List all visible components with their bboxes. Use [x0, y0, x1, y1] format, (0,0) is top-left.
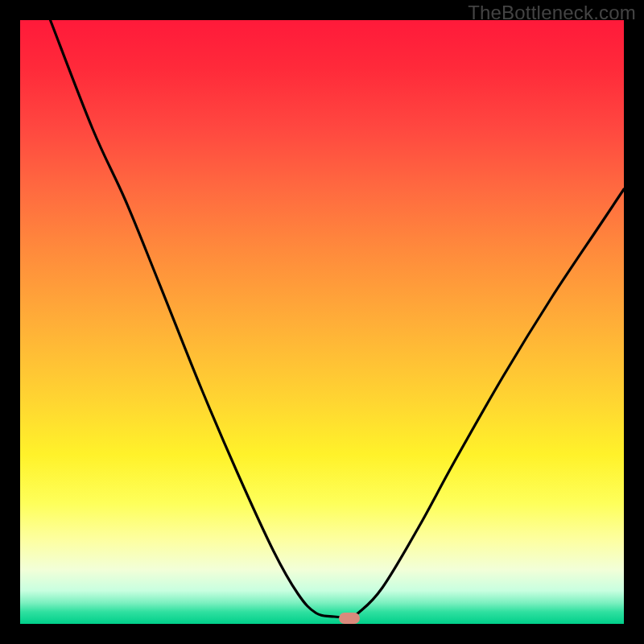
- bottleneck-curve: [51, 20, 625, 617]
- minimum-marker: [339, 613, 360, 624]
- watermark-label: TheBottleneck.com: [468, 2, 636, 24]
- curve-layer: [20, 20, 624, 624]
- chart-outer-frame: TheBottleneck.com: [0, 0, 644, 644]
